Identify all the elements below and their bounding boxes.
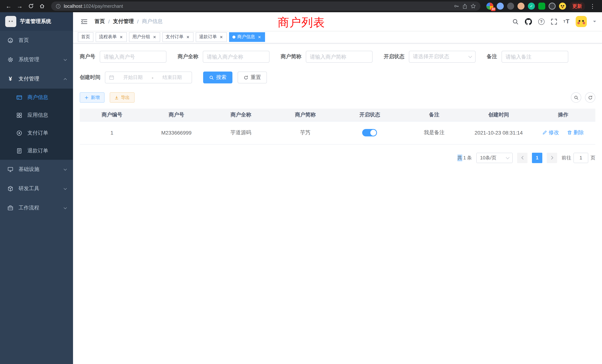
- export-button[interactable]: 导出: [110, 92, 135, 103]
- extensions-strip: 10 ✓ 更新 ⋮: [485, 2, 598, 11]
- reset-button[interactable]: 重置: [238, 72, 267, 83]
- next-page-button[interactable]: [547, 152, 557, 163]
- full-name-input[interactable]: [207, 54, 265, 60]
- user-menu-caret-icon[interactable]: [593, 21, 596, 24]
- cell-short-name: 芋艿: [273, 121, 337, 144]
- close-icon[interactable]: [119, 34, 123, 39]
- sidebar-item-merchant-info[interactable]: 商户信息: [0, 89, 73, 106]
- page-number-button[interactable]: 1: [532, 152, 542, 163]
- chrome-update-button[interactable]: 更新: [569, 2, 585, 11]
- edit-link[interactable]: 修改: [542, 129, 559, 136]
- extension-avatar-icon[interactable]: [517, 3, 525, 10]
- sidebar-item-label: 工作流程: [19, 205, 39, 211]
- logo-image: [5, 16, 16, 27]
- page-content: 商户号 商户全称 商户简称 开启状态 请选择开启状态: [73, 43, 602, 364]
- chevron-up-icon: [64, 78, 67, 81]
- filter-label: 商户全称: [178, 53, 198, 60]
- bookmark-star-icon[interactable]: [470, 3, 476, 9]
- tab-pay-orders[interactable]: 支付订单: [162, 32, 194, 42]
- browser-reload-button[interactable]: [26, 1, 36, 11]
- user-avatar[interactable]: [576, 16, 587, 27]
- browser-menu-icon[interactable]: ⋮: [588, 3, 597, 10]
- reset-button-label: 重置: [251, 74, 261, 81]
- sidebar-item-infrastructure[interactable]: 基础设施: [0, 160, 73, 179]
- toggle-search-button[interactable]: [571, 92, 581, 103]
- goto-page-input[interactable]: [573, 152, 588, 163]
- sidebar-item-dev-tools[interactable]: 研发工具: [0, 179, 73, 198]
- extension-badge: 10: [491, 7, 496, 11]
- cube-icon: [7, 186, 14, 192]
- sidebar-item-payment[interactable]: ¥ 支付管理: [0, 69, 73, 89]
- close-icon[interactable]: [257, 34, 262, 39]
- font-size-icon[interactable]: [563, 18, 569, 25]
- github-icon[interactable]: [525, 18, 532, 25]
- cell-merchant-index: 1: [80, 121, 144, 144]
- fullscreen-icon[interactable]: [551, 18, 557, 25]
- filter-row-1: 商户号 商户全称 商户简称 开启状态 请选择开启状态: [80, 51, 595, 63]
- prev-page-button[interactable]: [517, 152, 527, 163]
- filter-remark: 备注: [487, 51, 568, 63]
- close-icon[interactable]: [219, 34, 224, 39]
- tab-label: 首页: [81, 34, 90, 40]
- extension-colorful-icon[interactable]: 10: [486, 3, 493, 10]
- url-host: localhost: [64, 3, 82, 9]
- document-icon: [16, 148, 23, 154]
- sidebar-item-system[interactable]: 系统管理: [0, 50, 73, 69]
- date-range-picker[interactable]: 开始日期 - 结束日期: [105, 72, 192, 83]
- status-toggle[interactable]: [362, 129, 377, 136]
- close-icon[interactable]: [152, 34, 157, 39]
- extension-pinwheel-icon[interactable]: [549, 3, 556, 10]
- main-area: 首页 / 支付管理 / 商户信息: [73, 12, 602, 364]
- browser-home-button[interactable]: [37, 1, 47, 11]
- tab-home[interactable]: 首页: [78, 32, 93, 42]
- app: 芋道管理系统 首页 系统管理 ¥: [0, 12, 602, 364]
- sidebar-item-home[interactable]: 首页: [0, 31, 73, 50]
- tab-refund-orders[interactable]: 退款订单: [196, 32, 227, 42]
- extension-check-icon[interactable]: ✓: [528, 3, 535, 10]
- address-bar[interactable]: localhost:1024/pay/merchant: [51, 1, 480, 11]
- share-icon[interactable]: [462, 3, 467, 9]
- help-icon[interactable]: [538, 18, 544, 25]
- sidebar-item-pay-orders[interactable]: 支付订单: [0, 124, 73, 142]
- tab-user-group[interactable]: 用户分组: [129, 32, 160, 42]
- extension-emoji-icon[interactable]: [559, 3, 566, 10]
- refresh-table-button[interactable]: [585, 92, 595, 103]
- tab-label: 商户信息: [237, 34, 255, 40]
- search-icon[interactable]: [512, 18, 518, 25]
- delete-link[interactable]: 删除: [567, 129, 584, 136]
- sidebar-item-workflow[interactable]: 工作流程: [0, 198, 73, 218]
- pagination-total-count: 1: [463, 155, 466, 161]
- breadcrumb-home[interactable]: 首页: [95, 18, 105, 25]
- short-name-input[interactable]: [310, 54, 368, 60]
- status-select[interactable]: 请选择开启状态: [409, 51, 476, 63]
- filter-label: 商户号: [80, 53, 95, 60]
- browser-forward-button[interactable]: →: [15, 1, 24, 11]
- breadcrumb-payment[interactable]: 支付管理: [113, 18, 134, 25]
- search-button[interactable]: 搜索: [203, 72, 232, 83]
- column-header: 商户简称: [273, 109, 337, 121]
- page-size-select[interactable]: 10条/页: [476, 152, 513, 163]
- page-size-label: 10条/页: [480, 154, 496, 161]
- chevron-down-icon: [468, 54, 472, 58]
- password-key-icon[interactable]: [454, 3, 459, 9]
- payment-submenu: 商户信息 应用信息 支付订单: [0, 89, 73, 160]
- add-button[interactable]: 新增: [80, 92, 105, 103]
- gear-icon: [7, 57, 14, 63]
- tab-merchant-info[interactable]: 商户信息: [229, 32, 265, 42]
- remark-input[interactable]: [506, 54, 564, 60]
- page-info-icon[interactable]: [56, 3, 61, 9]
- close-icon[interactable]: [185, 34, 190, 39]
- sidebar-item-refund-orders[interactable]: 退款订单: [0, 142, 73, 160]
- tab-process-form[interactable]: 流程表单: [96, 32, 127, 42]
- extension-green-square-icon[interactable]: [538, 3, 545, 10]
- extension-drop-icon[interactable]: [497, 3, 504, 10]
- page-unit-label: 页: [591, 154, 595, 161]
- merchant-no-input[interactable]: [104, 54, 162, 60]
- breadcrumb-current: 商户信息: [142, 18, 163, 25]
- sidebar-collapse-icon[interactable]: [79, 17, 89, 26]
- sidebar-menu: 首页 系统管理 ¥ 支付管理: [0, 31, 73, 364]
- extension-dark-icon[interactable]: [507, 3, 514, 10]
- screen: ← → localhost:1024/pay/merchant: [0, 0, 602, 364]
- browser-back-button[interactable]: ←: [4, 1, 13, 11]
- sidebar-item-app-info[interactable]: 应用信息: [0, 106, 73, 124]
